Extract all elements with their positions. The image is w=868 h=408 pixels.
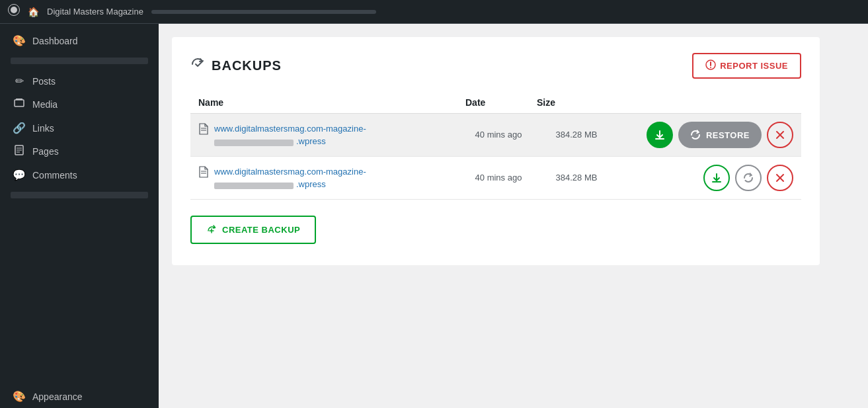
file-name-2: www.digitalmastersmag.com-magazine- .wpr… bbox=[214, 165, 366, 191]
media-icon bbox=[13, 98, 26, 111]
sidebar-item-media[interactable]: Media bbox=[0, 93, 159, 116]
sidebar-item-links[interactable]: 🔗 Links bbox=[0, 116, 159, 140]
site-name: Digital Masters Magazine bbox=[47, 7, 143, 17]
restore-button-2[interactable] bbox=[735, 165, 762, 191]
sidebar-item-label-pages: Pages bbox=[32, 146, 59, 157]
svg-point-1 bbox=[11, 7, 17, 13]
sidebar-item-label-comments: Comments bbox=[32, 170, 77, 181]
sidebar-blur-2 bbox=[11, 192, 148, 198]
actions-cell-1: RESTORE bbox=[621, 122, 793, 148]
links-icon: 🔗 bbox=[13, 122, 26, 134]
date-cell-1: 40 mins ago bbox=[465, 128, 532, 142]
file-icon-1 bbox=[198, 123, 209, 137]
content-area: BACKUPS REPORT ISSUE Name Date bbox=[159, 24, 868, 408]
sidebar-item-label-links: Links bbox=[32, 123, 54, 134]
svg-rect-2 bbox=[15, 100, 24, 106]
sidebar-item-label-appearance: Appearance bbox=[32, 391, 83, 402]
file-cell-1: www.digitalmastersmag.com-magazine- .wpr… bbox=[198, 122, 460, 148]
sidebar: 🎨 Dashboard ✏ Posts Media 🔗 Links bbox=[0, 24, 159, 408]
create-backup-button[interactable]: CREATE BACKUP bbox=[190, 216, 316, 244]
svg-rect-3 bbox=[16, 99, 22, 100]
backups-card: BACKUPS REPORT ISSUE Name Date bbox=[172, 37, 820, 265]
restore-label-1: RESTORE bbox=[706, 130, 750, 140]
comments-icon: 💬 bbox=[13, 169, 26, 181]
appearance-icon: 🎨 bbox=[13, 390, 26, 403]
sidebar-blur-1 bbox=[11, 58, 148, 64]
col-date: Date bbox=[465, 97, 532, 108]
file-icon-2 bbox=[198, 166, 209, 180]
create-backup-label: CREATE BACKUP bbox=[222, 225, 300, 235]
backup-title-icon bbox=[190, 57, 205, 75]
restore-button-1[interactable]: RESTORE bbox=[678, 122, 762, 148]
top-bar-progress bbox=[151, 10, 376, 14]
svg-point-10 bbox=[710, 67, 711, 68]
main-layout: 🎨 Dashboard ✏ Posts Media 🔗 Links bbox=[0, 24, 868, 408]
home-icon[interactable]: 🏠 bbox=[28, 7, 39, 17]
table-row: www.digitalmastersmag.com-magazine- .wpr… bbox=[190, 157, 801, 200]
delete-button-2[interactable] bbox=[767, 165, 793, 191]
sidebar-item-dashboard[interactable]: 🎨 Dashboard bbox=[0, 29, 159, 52]
actions-cell-2 bbox=[621, 165, 793, 191]
card-header: BACKUPS REPORT ISSUE bbox=[190, 53, 801, 79]
sidebar-item-label-media: Media bbox=[32, 99, 58, 110]
report-issue-label: REPORT ISSUE bbox=[720, 61, 788, 71]
col-size: Size bbox=[537, 97, 616, 108]
date-cell-2: 40 mins ago bbox=[465, 171, 532, 184]
top-bar: 🏠 Digital Masters Magazine bbox=[0, 0, 868, 24]
table-header: Name Date Size bbox=[190, 92, 801, 114]
card-title: BACKUPS bbox=[190, 57, 282, 75]
size-cell-2: 384.28 MB bbox=[537, 171, 616, 184]
sidebar-item-posts[interactable]: ✏ Posts bbox=[0, 69, 159, 93]
create-backup-icon bbox=[206, 224, 217, 236]
pages-icon bbox=[13, 145, 26, 158]
sidebar-item-comments[interactable]: 💬 Comments bbox=[0, 163, 159, 186]
file-name-1: www.digitalmastersmag.com-magazine- .wpr… bbox=[214, 122, 366, 148]
report-issue-button[interactable]: REPORT ISSUE bbox=[692, 53, 801, 79]
download-button-2[interactable] bbox=[703, 165, 730, 191]
download-button-1[interactable] bbox=[647, 122, 673, 148]
sidebar-item-label-dashboard: Dashboard bbox=[32, 36, 78, 46]
file-cell-2: www.digitalmastersmag.com-magazine- .wpr… bbox=[198, 165, 460, 191]
page-title: BACKUPS bbox=[212, 58, 282, 73]
wp-logo-icon bbox=[8, 4, 20, 19]
col-actions bbox=[621, 97, 793, 108]
sidebar-item-pages[interactable]: Pages bbox=[0, 140, 159, 163]
dashboard-icon: 🎨 bbox=[13, 34, 26, 47]
table-row: www.digitalmastersmag.com-magazine- .wpr… bbox=[190, 114, 801, 157]
col-name: Name bbox=[198, 97, 460, 108]
size-cell-1: 384.28 MB bbox=[537, 128, 616, 142]
posts-icon: ✏ bbox=[13, 75, 26, 87]
delete-button-1[interactable] bbox=[767, 122, 793, 148]
report-issue-icon bbox=[705, 60, 716, 72]
sidebar-item-label-posts: Posts bbox=[32, 76, 56, 87]
sidebar-item-appearance[interactable]: 🎨 Appearance bbox=[0, 385, 159, 408]
